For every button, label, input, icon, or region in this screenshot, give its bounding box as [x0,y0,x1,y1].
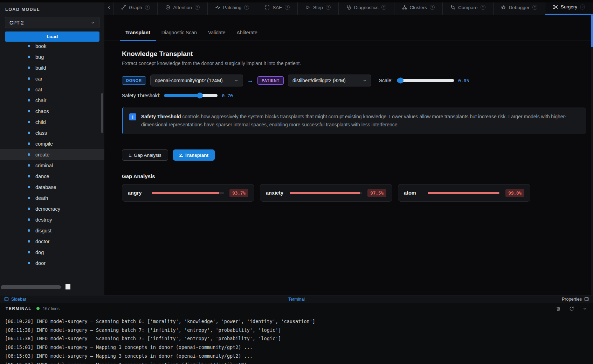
bullet-icon [28,186,30,188]
help-icon [195,5,200,10]
subtab-transplant[interactable]: Transplant [120,30,156,41]
concept-item-chair[interactable]: chair [0,95,104,106]
info-icon [129,113,136,120]
donor-model-select[interactable]: openai-community/gpt2 (124M) [150,75,243,86]
safety-threshold-value: 0.70 [222,93,233,98]
concept-item-car[interactable]: car [0,73,104,84]
resize-grip[interactable] [65,284,70,289]
waveform-icon [215,5,220,10]
page-title: Knowledge Transplant [122,50,587,58]
log-line: [06:11:38] INFO model-surgery — Scanning… [5,334,593,343]
patient-model-select[interactable]: distilbert/distilgpt2 (82M) [288,75,371,86]
gap-cards: angry 93.7% anxiety 97.5% atom 99.0% [122,184,587,202]
help-icon [285,5,290,10]
concept-item-disgust[interactable]: disgust [0,225,104,236]
concept-item-criminal[interactable]: criminal [0,160,104,171]
gap-progress-bar [290,192,362,194]
main-scrollbar-track[interactable] [591,15,593,295]
concept-item-door[interactable]: door [0,258,104,265]
concept-item-dog[interactable]: dog [0,247,104,258]
refresh-button[interactable] [569,306,574,311]
concept-item-bug[interactable]: bug [0,51,104,62]
graph-icon [121,5,126,10]
scale-slider[interactable] [397,79,454,82]
help-icon [326,5,331,10]
subtab-abliterate[interactable]: Abliterate [231,30,263,41]
gap-analysis-heading: Gap Analysis [122,173,587,179]
terminal-line-count: 167 lines [43,306,60,311]
scissors-icon [553,5,558,9]
concept-item-democracy[interactable]: democracy [0,203,104,214]
bullet-icon [28,121,30,123]
chevron-left-icon [107,5,111,9]
gap-progress-bar [152,192,224,194]
slider-thumb[interactable] [197,93,203,99]
bullet-icon [28,99,30,102]
terminal-header: TERMINAL 167 lines [0,303,593,314]
model-select-value: GPT-2 [9,20,23,26]
collapse-terminal-button[interactable] [582,306,587,311]
gap-analysis-button[interactable]: 1. Gap Analysis [122,149,168,161]
concept-item-book[interactable]: book [0,44,104,51]
concept-item-database[interactable]: database [0,182,104,192]
bullet-icon [28,142,30,145]
surgery-subtabs: Transplant Diagnostic Scan Validate Abli… [104,30,593,41]
log-line: [06:15:03] INFO model-surgery — Mapping … [5,352,593,360]
bullet-icon [28,110,30,112]
help-icon [381,5,386,10]
concept-item-dance[interactable]: dance [0,171,104,182]
gap-percent-badge: 97.5% [367,189,386,197]
page-subtitle: Extract concept knowledge from the donor… [122,61,587,66]
sidebar-vertical-scrollbar[interactable] [101,93,103,133]
safety-threshold-slider[interactable] [164,94,218,97]
cluster-icon [402,5,407,10]
transplant-button[interactable]: 2. Transplant [173,149,215,161]
bullet-icon [28,132,30,134]
concept-item-destroy[interactable]: destroy [0,214,104,225]
sidebar-horizontal-scrollbar[interactable] [1,285,61,289]
concept-item-create[interactable]: create [0,149,104,160]
main-panel: Transplant Diagnostic Scan Validate Abli… [104,15,593,295]
refresh-icon [569,306,574,311]
safety-threshold-label: Safety Threshold: [122,93,160,98]
concept-item-build[interactable]: build [0,62,104,73]
concept-item-chaos[interactable]: chaos [0,106,104,117]
concept-item-death[interactable]: death [0,192,104,203]
terminal-log-output: [06:10:20] INFO model-surgery — Scanning… [0,314,593,364]
arrow-right-icon: → [247,77,253,84]
chevron-down-icon [363,78,367,83]
concept-item-cat[interactable]: cat [0,84,104,95]
help-icon [430,5,435,10]
gap-percent-badge: 93.7% [229,189,248,197]
concept-item-class[interactable]: class [0,127,104,138]
concept-item-doctor[interactable]: doctor [0,236,104,247]
eye-icon [165,5,170,10]
scale-label: Scale: [379,78,393,83]
patient-badge: PATIENT [257,76,284,85]
concept-list: book bug build car cat chair chaos child… [0,44,104,265]
help-icon [244,5,249,10]
load-button[interactable]: Load [5,31,99,42]
slider-thumb[interactable] [398,78,404,84]
help-icon [145,5,150,10]
concept-item-compile[interactable]: compile [0,138,104,149]
model-select[interactable]: GPT-2 [5,17,99,28]
help-icon [580,5,585,9]
terminal-title: TERMINAL [6,306,32,311]
subtab-diagnostic-scan[interactable]: Diagnostic Scan [156,30,202,41]
bullet-icon [28,240,30,243]
log-line: [06:11:38] INFO model-surgery — Scanning… [5,326,593,335]
log-line: [06:15:33] INFO model-surgery — Mapping … [5,360,593,364]
terminal-toggle[interactable]: Terminal [0,297,593,302]
safety-info-callout: Safety Threshold controls how aggressive… [122,107,586,134]
concept-item-child[interactable]: child [0,117,104,127]
donor-badge: DONOR [122,76,146,85]
log-line: [06:10:20] INFO model-surgery — Scanning… [5,317,593,326]
subtab-validate[interactable]: Validate [202,30,231,41]
top-strip [0,0,593,2]
play-icon [305,5,310,10]
bullet-icon [28,164,30,167]
main-scrollbar-thumb[interactable] [591,15,593,47]
bullet-icon [28,218,30,221]
clear-terminal-button[interactable] [556,306,561,311]
